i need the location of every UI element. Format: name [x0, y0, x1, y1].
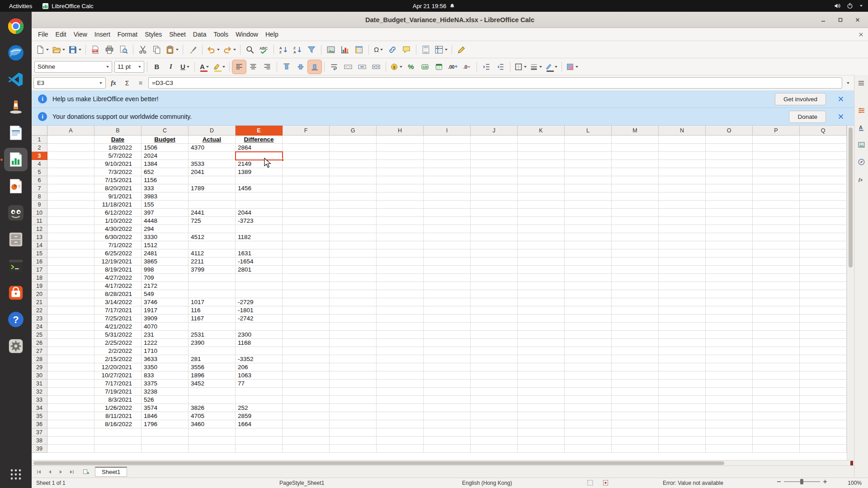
- cell-B24[interactable]: 4/21/2022: [94, 323, 142, 331]
- cell-P37[interactable]: [753, 428, 800, 436]
- cell-A2[interactable]: [47, 144, 94, 152]
- cell-C38[interactable]: [142, 436, 189, 445]
- cell-L3[interactable]: [565, 152, 612, 160]
- cell-N12[interactable]: [659, 225, 706, 233]
- cell-H18[interactable]: [377, 274, 424, 282]
- cell-E25[interactable]: 2300: [236, 331, 283, 339]
- cell-O3[interactable]: [706, 152, 753, 160]
- horizontal-scrollbar-thumb[interactable]: [33, 461, 724, 465]
- cell-O10[interactable]: [706, 209, 753, 217]
- cell-G37[interactable]: [330, 428, 377, 436]
- cell-E20[interactable]: [236, 290, 283, 298]
- cell-Q32[interactable]: [800, 388, 847, 396]
- dock-thunderbird-icon[interactable]: [4, 41, 28, 65]
- cell-C25[interactable]: 231: [142, 331, 189, 339]
- cell-H26[interactable]: [377, 339, 424, 347]
- cell-N6[interactable]: [659, 176, 706, 184]
- cell-C22[interactable]: 1917: [142, 306, 189, 314]
- cell-C15[interactable]: 2481: [142, 249, 189, 258]
- cell-P32[interactable]: [753, 388, 800, 396]
- cell-A12[interactable]: [47, 225, 94, 233]
- cell-L28[interactable]: [565, 355, 612, 363]
- cell-H13[interactable]: [377, 233, 424, 241]
- cell-M20[interactable]: [612, 290, 659, 298]
- cell-N9[interactable]: [659, 201, 706, 209]
- cell-B17[interactable]: 8/19/2021: [94, 266, 142, 274]
- first-sheet-button[interactable]: [34, 467, 43, 476]
- cell-K34[interactable]: [518, 404, 565, 412]
- cell-O38[interactable]: [706, 436, 753, 445]
- cell-F30[interactable]: [283, 371, 330, 380]
- cell-J8[interactable]: [471, 192, 518, 201]
- add-decimal-button[interactable]: .00: [446, 60, 460, 74]
- cell-K33[interactable]: [518, 396, 565, 404]
- row-header-2[interactable]: 2: [32, 144, 47, 152]
- cell-K21[interactable]: [518, 298, 565, 306]
- cell-G24[interactable]: [330, 323, 377, 331]
- selection-mode-icon[interactable]: [587, 479, 594, 486]
- cell-Q4[interactable]: [800, 160, 847, 168]
- cell-F23[interactable]: [283, 314, 330, 323]
- sidebar-settings-icon[interactable]: [856, 78, 867, 89]
- row-header-3[interactable]: 3: [32, 152, 47, 160]
- cell-N10[interactable]: [659, 209, 706, 217]
- cell-J23[interactable]: [471, 314, 518, 323]
- cell-O39[interactable]: [706, 445, 753, 453]
- cell-G2[interactable]: [330, 144, 377, 152]
- cell-L19[interactable]: [565, 282, 612, 290]
- cell-M9[interactable]: [612, 201, 659, 209]
- row-header-34[interactable]: 34: [32, 404, 47, 412]
- cell-Q8[interactable]: [800, 192, 847, 201]
- cell-M36[interactable]: [612, 420, 659, 428]
- cell-H14[interactable]: [377, 241, 424, 249]
- cell-F35[interactable]: [283, 412, 330, 420]
- cell-D34[interactable]: 3826: [189, 404, 236, 412]
- cell-Q31[interactable]: [800, 380, 847, 388]
- cell-E6[interactable]: [236, 176, 283, 184]
- cell-K30[interactable]: [518, 371, 565, 380]
- freeze-rows-columns-button[interactable]: [433, 43, 449, 56]
- cell-G1[interactable]: [330, 136, 377, 144]
- cell-N4[interactable]: [659, 160, 706, 168]
- cell-A39[interactable]: [47, 445, 94, 453]
- cell-A36[interactable]: [47, 420, 94, 428]
- row-header-19[interactable]: 19: [32, 282, 47, 290]
- cell-Q18[interactable]: [800, 274, 847, 282]
- cell-E13[interactable]: 1182: [236, 233, 283, 241]
- cell-B28[interactable]: 2/15/2022: [94, 355, 142, 363]
- menu-sheet[interactable]: Sheet: [165, 29, 189, 39]
- cell-K6[interactable]: [518, 176, 565, 184]
- cell-J17[interactable]: [471, 266, 518, 274]
- cell-E36[interactable]: 1664: [236, 420, 283, 428]
- cell-G8[interactable]: [330, 192, 377, 201]
- column-header-H[interactable]: H: [377, 126, 424, 136]
- date-format-button[interactable]: [432, 60, 446, 74]
- cell-J5[interactable]: [471, 168, 518, 176]
- cell-L5[interactable]: [565, 168, 612, 176]
- cell-E30[interactable]: 1063: [236, 371, 283, 380]
- cell-C39[interactable]: [142, 445, 189, 453]
- cell-L17[interactable]: [565, 266, 612, 274]
- cell-M7[interactable]: [612, 184, 659, 192]
- cell-I15[interactable]: [424, 249, 471, 258]
- cell-K26[interactable]: [518, 339, 565, 347]
- cell-O23[interactable]: [706, 314, 753, 323]
- cell-M15[interactable]: [612, 249, 659, 258]
- cell-I14[interactable]: [424, 241, 471, 249]
- cell-B26[interactable]: 2/25/2022: [94, 339, 142, 347]
- cell-C2[interactable]: 1506: [142, 144, 189, 152]
- insert-pivot-table-button[interactable]: [352, 43, 366, 56]
- cell-J21[interactable]: [471, 298, 518, 306]
- cell-Q22[interactable]: [800, 306, 847, 314]
- cell-O29[interactable]: [706, 363, 753, 371]
- cell-C37[interactable]: [142, 428, 189, 436]
- cell-A5[interactable]: [47, 168, 94, 176]
- cell-I3[interactable]: [424, 152, 471, 160]
- focused-app-indicator[interactable]: LibreOffice Calc: [42, 3, 93, 9]
- cell-D11[interactable]: 725: [189, 217, 236, 225]
- cell-N14[interactable]: [659, 241, 706, 249]
- cell-G29[interactable]: [330, 363, 377, 371]
- cell-J12[interactable]: [471, 225, 518, 233]
- cell-Q10[interactable]: [800, 209, 847, 217]
- row-header-30[interactable]: 30: [32, 371, 47, 380]
